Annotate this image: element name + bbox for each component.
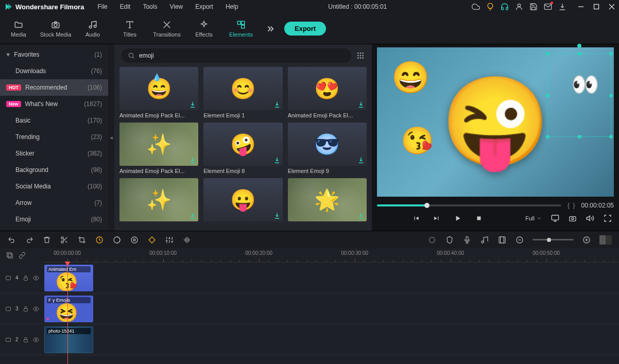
preview-overlay-emoji[interactable]: 😘: [401, 125, 434, 157]
preview-canvas[interactable]: 😜 😄 😘 👀: [377, 47, 614, 197]
asset-thumbnail[interactable]: 🤪: [203, 123, 282, 166]
selection-box[interactable]: [547, 54, 611, 137]
tab-media[interactable]: Media: [0, 13, 37, 44]
visibility-icon[interactable]: [33, 306, 39, 312]
sidebar-item-downloads[interactable]: Downloads(76): [0, 63, 108, 79]
monitor-icon[interactable]: [551, 214, 559, 222]
lock-icon[interactable]: [23, 337, 29, 343]
tab-effects[interactable]: Effects: [185, 13, 222, 44]
asset-cell[interactable]: 😄💧Animated Emoji Pack El...: [119, 67, 198, 118]
scrubber-knob[interactable]: [424, 203, 429, 208]
voiceover-icon[interactable]: [462, 235, 472, 245]
zoom-in-icon[interactable]: [582, 235, 591, 245]
asset-thumbnail[interactable]: 😛: [203, 178, 282, 221]
asset-cell[interactable]: 😊Element Emoji 1: [203, 67, 282, 118]
rotate-handle-icon[interactable]: [577, 44, 581, 48]
greenscreen-icon[interactable]: [130, 235, 139, 245]
tab-transitions[interactable]: Transitions: [148, 13, 185, 44]
marker-icon[interactable]: [445, 235, 454, 245]
resize-handle[interactable]: [609, 52, 613, 56]
render-icon[interactable]: [427, 235, 437, 245]
asset-thumbnail[interactable]: 😄💧: [119, 67, 198, 110]
preview-scrubber[interactable]: { } 00:00:02:05: [377, 201, 614, 210]
link-icon[interactable]: [19, 252, 26, 259]
adjust-icon[interactable]: [165, 235, 174, 245]
timeline-ruler[interactable]: 00:00:00:0000:00:10:0000:00:20:0000:00:3…: [44, 248, 619, 263]
resize-handle[interactable]: [546, 52, 549, 56]
menu-export[interactable]: Export: [190, 1, 218, 12]
panels-more-icon[interactable]: [266, 24, 275, 33]
speed-icon[interactable]: [95, 235, 104, 245]
zoom-knob[interactable]: [547, 238, 551, 242]
play-icon[interactable]: [454, 214, 462, 222]
timeline-clip[interactable]: photo-15241: [44, 326, 93, 353]
sidebar-item-emoji[interactable]: Emoji(80): [0, 211, 108, 228]
asset-thumbnail[interactable]: 😊: [203, 67, 282, 110]
asset-cell[interactable]: 😎Element Emoji 9: [288, 123, 367, 174]
resize-handle[interactable]: [578, 135, 581, 138]
panel-layout-toggle[interactable]: [599, 235, 612, 245]
download-asset-icon[interactable]: [273, 212, 281, 219]
sidebar-item-basic[interactable]: Basic(170): [0, 112, 108, 129]
zoom-out-icon[interactable]: [515, 235, 524, 245]
tab-titles[interactable]: Titles: [111, 13, 148, 44]
sidebar-item-trending[interactable]: Trending(23): [0, 129, 108, 145]
sidebar-item-background[interactable]: Background(98): [0, 162, 108, 178]
download-asset-icon[interactable]: [273, 157, 281, 164]
headset-icon[interactable]: [501, 3, 509, 11]
add-track-icon[interactable]: [6, 252, 13, 259]
lightbulb-icon[interactable]: [486, 3, 494, 11]
download-asset-icon[interactable]: [357, 157, 365, 164]
sidebar-item-arrow[interactable]: Arrow(7): [0, 195, 108, 211]
mail-icon[interactable]: [544, 3, 552, 11]
asset-cell[interactable]: 🌟: [288, 178, 367, 223]
tab-audio[interactable]: Audio: [74, 13, 111, 44]
cloud-icon[interactable]: [472, 3, 480, 11]
stop-icon[interactable]: [475, 215, 483, 222]
download-asset-icon[interactable]: [273, 101, 281, 108]
redo-icon[interactable]: [25, 235, 34, 245]
track-lane[interactable]: photo-15241: [44, 324, 619, 355]
asset-cell[interactable]: 🤪Element Emoji 8: [203, 123, 282, 174]
sidebar-item-favorites[interactable]: ♥Favorites(1): [0, 46, 108, 63]
playhead[interactable]: [67, 263, 68, 364]
timeline-clip[interactable]: Animated Em😘: [44, 265, 93, 291]
lock-icon[interactable]: [23, 275, 29, 281]
sidebar-item-social-media[interactable]: Social Media(100): [0, 178, 108, 195]
color-icon[interactable]: [112, 235, 122, 245]
delete-icon[interactable]: [42, 235, 51, 245]
preview-overlay-emoji[interactable]: 😄: [391, 59, 430, 96]
snapshot-icon[interactable]: [569, 214, 577, 222]
asset-cell[interactable]: 😛: [203, 178, 282, 223]
audio-mixer-icon[interactable]: [480, 235, 489, 245]
download-asset-icon[interactable]: [357, 212, 365, 219]
menu-help[interactable]: Help: [220, 1, 244, 12]
window-minimize-icon[interactable]: [578, 4, 584, 10]
crop-icon[interactable]: [77, 235, 87, 245]
grid-view-icon[interactable]: [356, 51, 365, 60]
split-icon[interactable]: [60, 235, 69, 245]
search-box[interactable]: [122, 48, 351, 63]
download-asset-icon[interactable]: [189, 157, 196, 164]
resize-handle[interactable]: [546, 94, 549, 97]
fullscreen-icon[interactable]: [604, 214, 612, 222]
keyframe-icon[interactable]: [147, 235, 157, 245]
zoom-slider[interactable]: [532, 239, 574, 240]
scrubber-track[interactable]: [377, 204, 561, 206]
window-close-icon[interactable]: [609, 4, 615, 10]
asset-thumbnail[interactable]: ✨: [119, 178, 198, 221]
asset-cell[interactable]: ✨: [119, 178, 198, 223]
resize-handle[interactable]: [609, 94, 613, 97]
download-asset-icon[interactable]: [357, 101, 365, 108]
volume-icon[interactable]: [586, 214, 594, 222]
asset-thumbnail[interactable]: 🌟: [288, 178, 367, 221]
resize-handle[interactable]: [578, 52, 581, 56]
tab-stockmedia[interactable]: Stock Media: [37, 13, 74, 44]
export-button[interactable]: Export: [284, 22, 326, 36]
audio-wave-icon[interactable]: [182, 235, 192, 245]
window-maximize-icon[interactable]: [593, 4, 599, 10]
download-asset-icon[interactable]: [189, 101, 196, 108]
menu-view[interactable]: View: [164, 1, 188, 12]
sidebar-item-recommended[interactable]: HOTRecommended(106): [0, 79, 108, 96]
asset-cell[interactable]: ✨Animated Emoji Pack El...: [119, 123, 198, 174]
